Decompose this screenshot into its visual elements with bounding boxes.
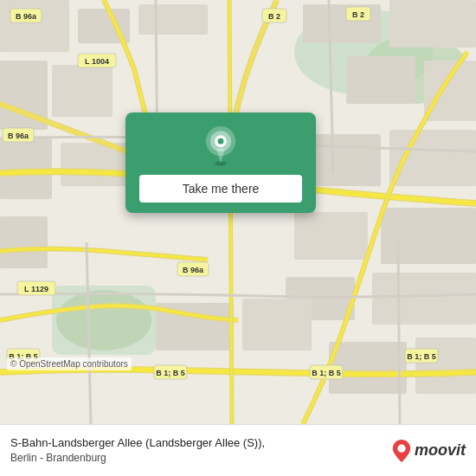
svg-rect-19 bbox=[294, 212, 368, 260]
info-bar: S-Bahn-Landsberger Allee (Landsberger Al… bbox=[0, 424, 476, 476]
svg-rect-9 bbox=[389, 0, 476, 48]
moovit-pin-icon bbox=[392, 440, 411, 462]
svg-text:B 2: B 2 bbox=[268, 12, 280, 21]
svg-rect-24 bbox=[242, 299, 312, 351]
svg-text:B 1; B 5: B 1; B 5 bbox=[407, 352, 436, 361]
svg-point-56 bbox=[397, 444, 405, 452]
info-text: S-Bahn-Landsberger Allee (Landsberger Al… bbox=[10, 435, 383, 466]
svg-rect-13 bbox=[424, 61, 476, 121]
svg-text:B 96a: B 96a bbox=[16, 12, 37, 21]
svg-point-4 bbox=[56, 290, 151, 351]
moovit-logo: moovit bbox=[392, 440, 466, 462]
take-me-there-button[interactable]: Take me there bbox=[139, 175, 302, 203]
copyright-text: © OpenStreetMap contributors bbox=[7, 357, 132, 370]
map-container: B 96a B 96a B 2 B 2 L 1004 B 96a L 1129 … bbox=[0, 0, 476, 424]
location-card: Take me there bbox=[125, 113, 316, 213]
location-pin-icon bbox=[200, 126, 241, 168]
svg-text:B 1; B 5: B 1; B 5 bbox=[312, 369, 341, 377]
svg-point-54 bbox=[218, 138, 224, 145]
svg-rect-20 bbox=[381, 208, 476, 264]
svg-text:B 96a: B 96a bbox=[183, 266, 204, 274]
svg-text:L 1004: L 1004 bbox=[85, 57, 109, 66]
location-subtitle: Berlin - Brandenburg bbox=[10, 451, 383, 466]
svg-text:B 1; B 5: B 1; B 5 bbox=[156, 369, 185, 377]
svg-rect-22 bbox=[372, 273, 476, 325]
svg-text:L 1129: L 1129 bbox=[24, 285, 48, 293]
location-title: S-Bahn-Landsberger Allee (Landsberger Al… bbox=[10, 435, 383, 451]
svg-rect-5 bbox=[0, 0, 69, 52]
svg-text:B 2: B 2 bbox=[352, 10, 364, 19]
svg-rect-11 bbox=[52, 65, 113, 117]
svg-rect-26 bbox=[415, 338, 476, 394]
moovit-logo-text: moovit bbox=[415, 441, 466, 460]
svg-rect-12 bbox=[346, 56, 415, 104]
svg-text:B 96a: B 96a bbox=[8, 132, 29, 140]
svg-rect-18 bbox=[0, 216, 48, 268]
svg-rect-7 bbox=[138, 4, 208, 35]
